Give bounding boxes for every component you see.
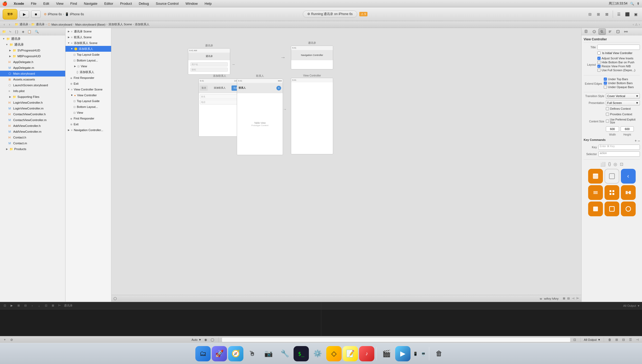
inspector-icon-file[interactable]: ⬜ bbox=[600, 162, 606, 167]
outline-item-add-label[interactable]: {} 添加联系人 bbox=[65, 69, 111, 75]
status-icon-1[interactable]: ◉ bbox=[203, 337, 208, 342]
inspector-list-icon[interactable] bbox=[588, 185, 603, 200]
width-field[interactable] bbox=[606, 126, 619, 132]
transition-style-select[interactable]: Cover Vertical ▼ bbox=[606, 93, 640, 99]
menubar-search-icon[interactable]: 🔍 bbox=[630, 2, 634, 6]
outline-item-top-layout-2[interactable]: ⊡ Top Layout Guide bbox=[65, 98, 111, 104]
vc-controller-box[interactable]: 9:41 bbox=[291, 78, 333, 154]
dock-launchpad[interactable]: 🚀 bbox=[212, 346, 227, 361]
inspector-tab-identity[interactable] bbox=[598, 28, 606, 35]
outline-item-view-1[interactable]: ▶ ⊡ View bbox=[65, 63, 111, 69]
debug-btn-5[interactable]: ↑ bbox=[30, 303, 35, 308]
breadcrumb-right-btn-3[interactable]: › bbox=[639, 23, 640, 26]
scroll-to-top-btn[interactable]: ⊡ bbox=[572, 337, 577, 342]
dock-mini-2[interactable]: 💻 bbox=[419, 350, 427, 357]
dock-app1[interactable]: ♪ bbox=[359, 346, 374, 361]
sidebar-item-inner-group[interactable]: ▼ 📁 通讯录 bbox=[0, 42, 65, 47]
outline-item-vc[interactable]: ▼ ● View Controller bbox=[65, 92, 111, 98]
split-btn-1[interactable]: ⊞ bbox=[614, 337, 619, 342]
disclosure-lianxiren[interactable]: ▶ bbox=[67, 36, 70, 39]
breadcrumb-4[interactable]: Main.storyboard (Base) bbox=[75, 23, 105, 26]
inspector-circle-icon[interactable] bbox=[621, 202, 636, 216]
disclosure-vc[interactable]: ▼ bbox=[70, 94, 73, 97]
sidebar-item-contact-m[interactable]: M Contact.m bbox=[0, 140, 65, 146]
outline-item-lianxiren-scene[interactable]: ▶ ≡ 联系人 Scene bbox=[65, 34, 111, 40]
canvas-content[interactable]: 通讯录 9:41 AM 通讯录 用户名 密码 → bbox=[111, 28, 581, 295]
inspector-tab-attributes[interactable] bbox=[606, 28, 614, 35]
sidebar-item-products[interactable]: ▶ 📁 Products bbox=[0, 146, 65, 152]
menu-navigate[interactable]: Navigate bbox=[82, 1, 99, 6]
sidebar-item-infoplist[interactable]: ≡ Info.plist bbox=[0, 88, 65, 94]
use-preferred-checkbox[interactable] bbox=[606, 119, 609, 123]
inspector-tab-connections[interactable] bbox=[622, 28, 630, 35]
debug-btn-1[interactable]: ⊡ bbox=[2, 303, 7, 308]
breadcrumb-1[interactable]: 📁 通讯录 bbox=[15, 22, 28, 26]
disclosure-vc-scene[interactable]: ▼ bbox=[67, 88, 70, 91]
sidebar-item-supporting-files[interactable]: ▶ 📁 Supporting Files bbox=[0, 94, 65, 100]
size-layout-btn-1[interactable]: ⊞ bbox=[563, 297, 565, 300]
inspector-square-white[interactable] bbox=[605, 202, 619, 216]
breadcrumb-back[interactable]: ‹ bbox=[2, 22, 6, 27]
sidebar-item-contact-h[interactable]: H Contact.h bbox=[0, 135, 65, 140]
menubar-siri-icon[interactable]: 🎙 bbox=[637, 2, 640, 6]
assistant-editor-btn[interactable]: ⊞ bbox=[595, 11, 602, 18]
dock-tools[interactable]: 🔧 bbox=[277, 346, 292, 361]
key-input[interactable]: Enter ⌘ Key bbox=[598, 145, 640, 150]
dock-photo[interactable]: 📷 bbox=[261, 346, 276, 361]
breadcrumb-forward[interactable]: › bbox=[7, 22, 12, 27]
navigator-btn[interactable]: ☰ bbox=[615, 11, 622, 18]
debug-btn-7[interactable]: ⊡ bbox=[43, 303, 49, 308]
debug-btn-6[interactable]: ↓ bbox=[36, 303, 42, 308]
list-view-btn[interactable]: ☰ bbox=[628, 337, 633, 342]
inspector-tab-size[interactable] bbox=[614, 28, 622, 35]
inspector-segue-icon[interactable] bbox=[621, 185, 636, 200]
disclosure-tongxunlu[interactable]: ▶ bbox=[67, 30, 70, 33]
nav-controller-box[interactable]: 9:41 Navigation Controller bbox=[291, 46, 333, 69]
menu-debug[interactable]: Debug bbox=[137, 1, 150, 6]
under-bottom-bars-checkbox[interactable]: ✓ bbox=[604, 82, 607, 85]
menu-editor[interactable]: Editor bbox=[103, 1, 115, 6]
add-file-btn[interactable]: + bbox=[2, 337, 7, 342]
outline-item-bottom-layout-1[interactable]: ⊡ Bottom Layout... bbox=[65, 58, 111, 63]
standard-editor-btn[interactable]: ⊟ bbox=[586, 11, 594, 18]
inspector-back-icon[interactable]: ‹ bbox=[621, 169, 636, 184]
add-contact-controller-box[interactable]: 9:41100% 取消 添加联系人 完成 姓名 电话 bbox=[199, 79, 241, 137]
dock-mini-1[interactable]: 📱 bbox=[412, 350, 419, 357]
nav-git-icon[interactable]: ⤷ bbox=[8, 29, 13, 34]
sidebar-item-contactvc-m[interactable]: M ContactViewController.m bbox=[0, 117, 65, 123]
inspector-square-orange[interactable] bbox=[588, 202, 603, 216]
sidebar-item-appdelegate-m[interactable]: M AppDelegate.m bbox=[0, 65, 65, 71]
size-layout-btn-3[interactable]: ⊣ bbox=[572, 297, 574, 300]
disclosure-supporting[interactable]: ▶ bbox=[8, 95, 12, 98]
size-layout-btn-2[interactable]: ⊟ bbox=[567, 297, 570, 300]
sidebar-item-loginvc-h[interactable]: H LoginViewController.h bbox=[0, 100, 65, 106]
outline-item-add-scene[interactable]: ▼ ≡ 添加联系人 Scene bbox=[65, 40, 111, 46]
outline-item-exit-2[interactable]: ⊗ Exit bbox=[65, 121, 111, 127]
dock-sketch[interactable]: ◇ bbox=[326, 346, 342, 361]
outline-item-bottom-layout-2[interactable]: ⊡ Bottom Layout... bbox=[65, 104, 111, 110]
outline-item-top-layout-1[interactable]: ⊡ Top Layout Guide bbox=[65, 52, 111, 58]
nav-search-icon[interactable]: 🔍 bbox=[34, 29, 39, 34]
menu-xcode[interactable]: Xcode bbox=[12, 1, 26, 6]
disclosure-add-scene[interactable]: ▼ bbox=[67, 41, 70, 45]
provides-context-checkbox[interactable] bbox=[606, 113, 609, 116]
sidebar-item-assets[interactable]: ⊞ Assets.xcassets bbox=[0, 76, 65, 82]
inspector-icon-layout[interactable]: ⊡ bbox=[620, 162, 623, 167]
inspector-icon-target[interactable]: ◎ bbox=[613, 162, 617, 167]
outline-item-first-responder-1[interactable]: ◈ First Responder bbox=[65, 75, 111, 81]
sidebar-item-svprogress[interactable]: ▶ 📁 SVProgressHUD bbox=[0, 47, 65, 53]
breadcrumb-right-btn-1[interactable]: ‹ bbox=[633, 23, 634, 26]
dock-mouse[interactable]: 🖱 bbox=[244, 346, 260, 361]
inspector-grid-icon[interactable] bbox=[605, 185, 619, 200]
disclosure-root[interactable]: ▼ bbox=[2, 37, 5, 40]
debug-btn-2[interactable]: ▶ bbox=[9, 303, 14, 308]
breadcrumb-6[interactable]: 添加联系人 bbox=[135, 22, 149, 26]
all-output-arrow[interactable]: ▼ bbox=[598, 338, 601, 341]
menu-product[interactable]: Product bbox=[119, 1, 134, 6]
dock-trash[interactable]: 🗑 bbox=[431, 346, 447, 361]
inspector-vc-icon-1[interactable] bbox=[588, 169, 603, 184]
play-button[interactable]: ▶ bbox=[20, 11, 29, 18]
debug-btn-4[interactable]: ⊟ bbox=[23, 303, 28, 308]
dock-video[interactable]: 🎬 bbox=[379, 346, 394, 361]
key-commands-minus[interactable]: – bbox=[638, 138, 640, 143]
